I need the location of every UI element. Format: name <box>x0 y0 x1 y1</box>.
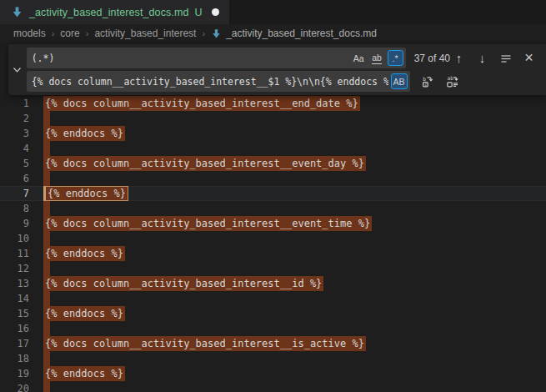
breadcrumb-item-file[interactable]: _activity_based_interest_docs.md <box>211 28 377 39</box>
code-text: {% enddocs %} <box>29 306 546 321</box>
preserve-case-toggle[interactable]: AB <box>391 73 408 89</box>
code-line[interactable]: 10 <box>0 231 546 246</box>
find-match-highlight: {% enddocs %} <box>43 246 125 261</box>
find-match-highlight: {% docs column__activity_based_interest_… <box>43 96 360 111</box>
editor-lines: 1{% docs column__activity_based_interest… <box>0 96 546 392</box>
replace-row: {% docs column__activity_based_interest_… <box>27 71 539 92</box>
code-line[interactable]: 8 <box>0 201 546 216</box>
code-text <box>29 231 546 246</box>
close-find-widget-button[interactable]: × <box>520 49 538 67</box>
code-line[interactable]: 11{% enddocs %} <box>0 246 546 261</box>
line-number: 2 <box>0 111 29 126</box>
code-line[interactable]: 5{% docs column__activity_based_interest… <box>0 156 546 171</box>
line-number: 19 <box>0 366 29 381</box>
find-input[interactable]: (.*) Aa ab .* <box>27 48 406 68</box>
svg-text:ab: ab <box>448 75 454 81</box>
line-number: 3 <box>0 126 29 141</box>
code-text: {% docs column__activity_based_interest_… <box>29 156 546 171</box>
svg-text:b: b <box>423 75 426 81</box>
find-widget: (.*) Aa ab .* 37 of 40 ↑ ↓ <box>8 44 546 95</box>
regex-toggle[interactable]: .* <box>388 50 403 66</box>
code-text <box>29 111 546 126</box>
find-match-highlight-empty <box>43 201 50 216</box>
find-match-highlight-empty <box>43 141 50 156</box>
line-number: 16 <box>0 321 29 336</box>
code-line[interactable]: 19{% enddocs %} <box>0 366 546 381</box>
line-number: 10 <box>0 231 29 246</box>
code-line[interactable]: 1{% docs column__activity_based_interest… <box>0 96 546 111</box>
breadcrumb: models › core › activity_based_interest … <box>0 24 546 43</box>
line-number: 15 <box>0 306 29 321</box>
markdown-file-icon <box>211 28 222 39</box>
code-line[interactable]: 17{% docs column__activity_based_interes… <box>0 336 546 351</box>
find-match-highlight-empty <box>43 261 50 276</box>
find-results-count: 37 of 40 <box>414 53 450 64</box>
code-text <box>29 351 546 366</box>
code-line[interactable]: 3{% enddocs %} <box>0 126 546 141</box>
find-match-highlight: {% docs column__activity_based_interest_… <box>43 276 323 291</box>
find-in-selection-button[interactable] <box>497 49 514 67</box>
replace-input[interactable]: {% docs column__activity_based_interest_… <box>27 71 410 92</box>
find-match-highlight: {% docs column__activity_based_interest_… <box>43 156 366 171</box>
line-number: 1 <box>0 96 29 111</box>
line-number: 17 <box>0 336 29 351</box>
code-line[interactable]: 12 <box>0 261 546 276</box>
code-text: {% enddocs %} <box>29 246 546 261</box>
replace-all-button[interactable]: ab <box>444 73 462 90</box>
breadcrumb-separator: › <box>202 28 205 38</box>
code-line[interactable]: 6 <box>0 171 546 186</box>
code-text: {% enddocs %} <box>29 186 546 201</box>
current-find-match: {% enddocs %} <box>43 186 128 201</box>
code-line[interactable]: 13{% docs column__activity_based_interes… <box>0 276 546 291</box>
markdown-file-icon <box>11 6 23 18</box>
editor-tab[interactable]: _activity_based_interest_docs.md U <box>0 0 229 24</box>
code-line[interactable]: 14 <box>0 291 546 306</box>
find-row: (.*) Aa ab .* 37 of 40 ↑ ↓ <box>27 48 539 68</box>
code-text <box>29 291 546 306</box>
line-number: 13 <box>0 276 29 291</box>
next-match-button[interactable]: ↓ <box>473 49 491 67</box>
match-case-toggle[interactable]: Aa <box>351 50 367 66</box>
code-line[interactable]: 18 <box>0 351 546 366</box>
modified-dot-icon[interactable] <box>212 8 219 16</box>
line-number: 7 <box>0 186 29 201</box>
code-line[interactable]: 4 <box>0 141 546 156</box>
toggle-replace-button[interactable] <box>8 44 27 95</box>
breadcrumb-item-folder[interactable]: activity_based_interest <box>94 28 196 39</box>
code-line[interactable]: 15{% enddocs %} <box>0 306 546 321</box>
line-number: 4 <box>0 141 29 156</box>
code-line[interactable]: 7{% enddocs %} <box>0 186 546 201</box>
code-text: {% docs column__activity_based_interest_… <box>29 96 546 111</box>
line-number: 8 <box>0 201 29 216</box>
find-value: (.*) <box>32 53 348 64</box>
find-match-highlight: {% enddocs %} <box>43 306 125 321</box>
line-number: 20 <box>0 381 29 392</box>
svg-text:c: c <box>424 82 427 87</box>
find-match-highlight-empty <box>43 291 50 306</box>
line-number: 9 <box>0 216 29 231</box>
breadcrumb-item-models[interactable]: models <box>13 28 46 39</box>
line-number: 5 <box>0 156 29 171</box>
code-text <box>29 201 546 216</box>
code-line[interactable]: 2 <box>0 111 546 126</box>
code-text: {% docs column__activity_based_interest_… <box>29 216 546 231</box>
replace-value: {% docs column__activity_based_interest_… <box>32 76 388 88</box>
code-text: {% enddocs %} <box>29 366 546 381</box>
whole-word-toggle[interactable]: ab <box>369 50 385 66</box>
replace-button[interactable]: b c <box>419 73 437 90</box>
code-text <box>29 381 546 392</box>
replace-icon: b c <box>421 75 434 88</box>
find-match-highlight-empty <box>43 351 50 366</box>
line-number: 11 <box>0 246 29 261</box>
find-match-highlight-empty <box>43 171 50 186</box>
find-match-highlight-empty <box>43 231 50 246</box>
find-in-selection-icon <box>499 52 513 65</box>
tab-bar: _activity_based_interest_docs.md U <box>0 0 546 24</box>
breadcrumb-item-core[interactable]: core <box>60 28 79 39</box>
code-line[interactable]: 16 <box>0 321 546 336</box>
code-line[interactable]: 20 <box>0 381 546 392</box>
find-match-highlight-empty <box>43 381 50 392</box>
code-line[interactable]: 9{% docs column__activity_based_interest… <box>0 216 546 231</box>
line-number: 6 <box>0 171 29 186</box>
previous-match-button[interactable]: ↑ <box>450 49 468 67</box>
